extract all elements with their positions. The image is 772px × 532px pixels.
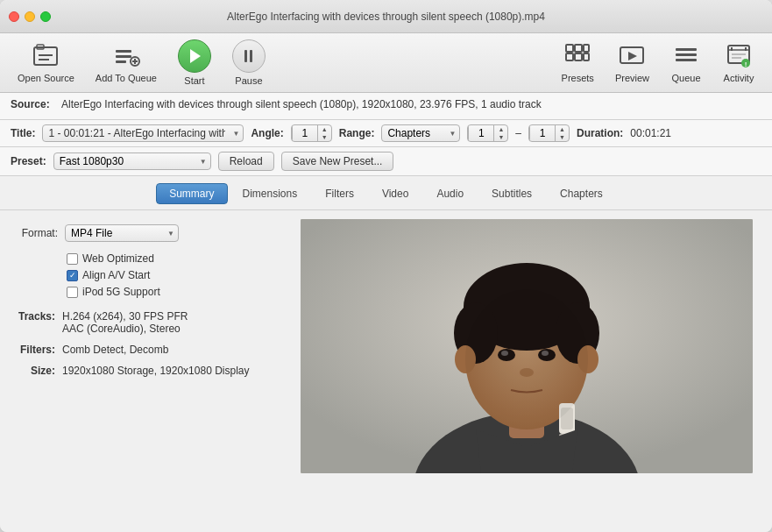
format-select[interactable]: MP4 File xyxy=(65,224,179,242)
svg-rect-20 xyxy=(676,59,697,61)
source-label: Source: xyxy=(11,98,54,110)
presets-icon xyxy=(563,42,591,70)
add-to-queue-icon xyxy=(112,42,140,70)
activity-button[interactable]: ! Activity xyxy=(712,37,765,89)
web-optimized-item: Web Optimized xyxy=(67,252,266,265)
range-label: Range: xyxy=(339,127,375,139)
save-preset-button[interactable]: Save New Preset... xyxy=(281,152,394,171)
tab-summary[interactable]: Summary xyxy=(156,183,227,204)
range-end-down[interactable]: ▼ xyxy=(556,133,569,141)
tracks-label: Tracks: xyxy=(14,310,62,323)
add-to-queue-label: Add To Queue xyxy=(96,73,157,83)
align-av-item: Align A/V Start xyxy=(67,269,266,281)
web-optimized-label: Web Optimized xyxy=(82,252,154,265)
format-row: Format: MP4 File xyxy=(14,224,266,242)
source-section: Source: AlterEgo Interfacing with device… xyxy=(0,93,772,120)
tab-filters[interactable]: Filters xyxy=(312,183,367,204)
presets-label: Presets xyxy=(562,73,594,83)
angle-label: Angle: xyxy=(251,127,283,139)
queue-icon xyxy=(672,42,700,70)
range-start-stepper[interactable]: 1 ▲ ▼ xyxy=(467,124,508,142)
toolbar: Open Source Add To Queue Start xyxy=(0,33,772,93)
preset-select-wrapper[interactable]: Fast 1080p30 xyxy=(53,153,211,170)
range-start-up[interactable]: ▲ xyxy=(494,125,507,133)
tracks-value: H.264 (x264), 30 FPS PFR xyxy=(62,310,188,323)
range-end-stepper[interactable]: 1 ▲ ▼ xyxy=(528,124,570,142)
svg-rect-5 xyxy=(116,55,131,58)
svg-rect-4 xyxy=(116,50,131,53)
preset-label: Preset: xyxy=(11,155,46,167)
start-label: Start xyxy=(184,75,204,86)
angle-down-btn[interactable]: ▼ xyxy=(318,133,331,141)
preview-svg xyxy=(301,219,753,473)
video-preview xyxy=(301,219,753,473)
tab-video[interactable]: Video xyxy=(369,183,421,204)
title-field-label: Title: xyxy=(11,127,35,139)
pause-button[interactable]: Pause xyxy=(222,34,276,91)
size-block: Size: 1920x1080 Storage, 1920x1080 Displ… xyxy=(14,365,266,377)
preview-button[interactable]: Preview xyxy=(605,37,660,89)
svg-rect-11 xyxy=(575,45,582,52)
filters-block: Filters: Comb Detect, Decomb xyxy=(14,344,266,356)
activity-label: Activity xyxy=(724,73,754,83)
add-to-queue-button[interactable]: Add To Queue xyxy=(85,37,167,89)
tabs-bar: Summary Dimensions Filters Video Audio S… xyxy=(0,176,772,210)
tab-subtitles[interactable]: Subtitles xyxy=(478,183,545,204)
web-optimized-checkbox[interactable] xyxy=(67,253,78,265)
minimize-button[interactable] xyxy=(25,11,35,22)
pause-icon xyxy=(232,39,266,73)
duration-value: 00:01:21 xyxy=(630,127,671,139)
filters-label: Filters: xyxy=(14,344,62,356)
svg-rect-14 xyxy=(575,53,582,60)
range-end-up[interactable]: ▲ xyxy=(556,125,569,133)
svg-point-47 xyxy=(465,289,588,429)
checkbox-group: Web Optimized Align A/V Start iPod 5G Su… xyxy=(67,252,266,298)
size-label: Size: xyxy=(14,365,62,377)
tab-dimensions[interactable]: Dimensions xyxy=(230,183,311,204)
range-start-value: 1 xyxy=(468,125,494,141)
svg-rect-18 xyxy=(676,48,697,51)
reload-button[interactable]: Reload xyxy=(218,152,274,171)
range-type-select[interactable]: Chapters xyxy=(381,124,460,142)
svg-rect-10 xyxy=(566,45,573,52)
ipod-checkbox[interactable] xyxy=(67,287,78,298)
filters-value: Comb Detect, Decomb xyxy=(62,344,168,356)
queue-label: Queue xyxy=(671,73,700,83)
svg-rect-15 xyxy=(584,53,589,60)
title-select-wrapper[interactable]: 1 - 00:01:21 - AlterEgo Interfacing with… xyxy=(42,124,244,142)
close-button[interactable] xyxy=(9,11,19,22)
titlebar: AlterEgo Interfacing with devices throug… xyxy=(0,0,772,33)
preset-row: Preset: Fast 1080p30 Reload Save New Pre… xyxy=(0,147,772,176)
format-select-wrapper[interactable]: MP4 File xyxy=(65,224,179,242)
angle-up-btn[interactable]: ▲ xyxy=(318,125,331,133)
size-value: 1920x1080 Storage, 1920x1080 Display xyxy=(62,365,250,377)
svg-rect-13 xyxy=(566,53,573,60)
tab-audio[interactable]: Audio xyxy=(423,183,477,204)
play-icon xyxy=(178,39,211,73)
range-separator: – xyxy=(515,127,521,139)
preset-select[interactable]: Fast 1080p30 xyxy=(53,153,211,170)
align-av-label: Align A/V Start xyxy=(82,269,150,281)
start-button[interactable]: Start xyxy=(167,34,222,91)
range-type-wrapper[interactable]: Chapters xyxy=(381,124,460,142)
fullscreen-button[interactable] xyxy=(40,11,51,22)
svg-text:!: ! xyxy=(745,60,747,68)
svg-rect-23 xyxy=(731,47,733,51)
title-row: Title: 1 - 00:01:21 - AlterEgo Interfaci… xyxy=(0,120,772,147)
tracks-audio: AAC (CoreAudio), Stereo xyxy=(62,323,188,335)
ipod-item: iPod 5G Support xyxy=(67,286,266,298)
tab-chapters[interactable]: Chapters xyxy=(547,183,616,204)
presets-button[interactable]: Presets xyxy=(551,37,605,89)
preview-icon xyxy=(618,42,646,70)
open-source-icon xyxy=(32,42,60,70)
range-end-value: 1 xyxy=(529,125,556,141)
angle-stepper[interactable]: 1 ▲ ▼ xyxy=(291,124,332,142)
title-select[interactable]: 1 - 00:01:21 - AlterEgo Interfacing with… xyxy=(42,124,244,142)
align-av-checkbox[interactable] xyxy=(67,270,78,281)
main-content: Format: MP4 File Web Optimized Align A/V… xyxy=(0,210,772,532)
open-source-label: Open Source xyxy=(18,73,74,83)
range-start-down[interactable]: ▼ xyxy=(494,133,507,141)
queue-button[interactable]: Queue xyxy=(660,37,712,89)
preview-label: Preview xyxy=(615,73,649,83)
open-source-button[interactable]: Open Source xyxy=(7,37,85,89)
